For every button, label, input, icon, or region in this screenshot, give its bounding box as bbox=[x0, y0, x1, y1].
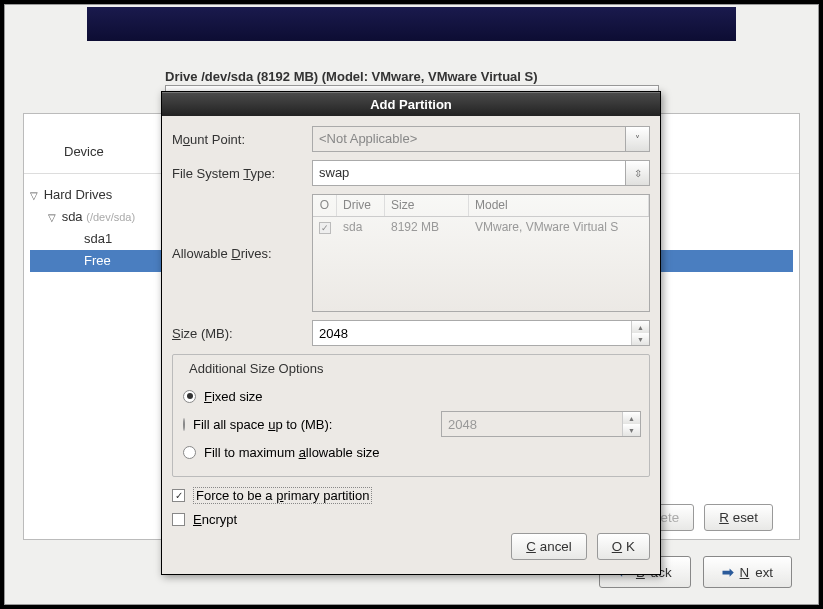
col-model[interactable]: Model bbox=[469, 195, 649, 216]
fill-up-spinner: ▲▼ bbox=[441, 411, 641, 437]
radio-fill-max-label: Fill to maximum allowable size bbox=[204, 445, 380, 460]
updown-icon[interactable]: ⇳ bbox=[625, 161, 649, 185]
chevron-down-icon: ˅ bbox=[625, 127, 649, 151]
dialog-title: Add Partition bbox=[162, 92, 660, 116]
force-primary-label: Force to be a primary partition bbox=[193, 487, 372, 504]
triangle-icon: ▽ bbox=[48, 207, 58, 229]
fs-type-label: File System Type: bbox=[172, 166, 312, 181]
force-primary-row[interactable]: Force to be a primary partition bbox=[172, 483, 650, 507]
allowable-drives-row: Allowable Drives: O Drive Size Model ✓ s… bbox=[172, 192, 650, 314]
mount-point-combo: <Not Applicable> ˅ bbox=[312, 126, 650, 152]
drive-model: VMware, VMware Virtual S bbox=[469, 217, 649, 239]
mount-point-row: Mount Point: <Not Applicable> ˅ bbox=[172, 124, 650, 154]
encrypt-row[interactable]: Encrypt bbox=[172, 507, 650, 531]
size-spinner[interactable]: ▲▼ bbox=[312, 320, 650, 346]
radio-icon[interactable] bbox=[183, 418, 185, 431]
size-row: Size (MB): ▲▼ bbox=[172, 318, 650, 348]
triangle-icon: ▽ bbox=[30, 185, 40, 207]
radio-fill-max[interactable]: Fill to maximum allowable size bbox=[183, 438, 639, 466]
header-banner bbox=[87, 7, 736, 41]
col-drive[interactable]: Drive bbox=[337, 195, 385, 216]
spin-down-icon[interactable]: ▼ bbox=[632, 333, 649, 345]
drive-info-label: Drive /dev/sda (8192 MB) (Model: VMware,… bbox=[165, 69, 538, 84]
allowable-drives-list[interactable]: O Drive Size Model ✓ sda 8192 MB VMware,… bbox=[312, 194, 650, 312]
allowable-drives-label: Allowable Drives: bbox=[172, 246, 312, 261]
col-size[interactable]: Size bbox=[385, 195, 469, 216]
size-label: Size (MB): bbox=[172, 326, 312, 341]
reset-button[interactable]: Reset bbox=[704, 504, 773, 531]
cancel-button[interactable]: Cancel bbox=[511, 533, 587, 560]
dialog-buttons: Cancel OK bbox=[172, 531, 650, 566]
arrow-right-icon: ➡ bbox=[722, 564, 734, 580]
col-check[interactable]: O bbox=[313, 195, 337, 216]
drive-checkbox[interactable]: ✓ bbox=[319, 222, 331, 234]
radio-icon[interactable] bbox=[183, 446, 196, 459]
radio-fixed-label: Fixed size bbox=[204, 389, 263, 404]
checkbox-icon[interactable] bbox=[172, 489, 185, 502]
radio-fill-up-label: Fill all space up to (MB): bbox=[193, 417, 433, 432]
drive-row-sda[interactable]: ✓ sda 8192 MB VMware, VMware Virtual S bbox=[313, 217, 649, 239]
radio-fill-up-to[interactable]: Fill all space up to (MB): ▲▼ bbox=[183, 410, 639, 438]
spin-up-icon: ▲ bbox=[623, 412, 640, 424]
size-input[interactable] bbox=[313, 321, 631, 345]
encrypt-label: Encrypt bbox=[193, 512, 237, 527]
fs-type-row: File System Type: swap ⇳ bbox=[172, 158, 650, 188]
radio-icon[interactable] bbox=[183, 390, 196, 403]
installer-window: Drive /dev/sda (8192 MB) (Model: VMware,… bbox=[4, 4, 819, 605]
add-partition-dialog: Add Partition Mount Point: <Not Applicab… bbox=[161, 91, 661, 575]
mount-point-label: Mount Point: bbox=[172, 132, 312, 147]
checkbox-icon[interactable] bbox=[172, 513, 185, 526]
next-button[interactable]: ➡Next bbox=[703, 556, 792, 588]
mount-point-value: <Not Applicable> bbox=[313, 127, 625, 151]
spin-up-icon[interactable]: ▲ bbox=[632, 321, 649, 333]
size-options-fieldset: Additional Size Options Fixed size Fill … bbox=[172, 354, 650, 477]
radio-fixed-size[interactable]: Fixed size bbox=[183, 382, 639, 410]
fill-up-input bbox=[442, 412, 622, 436]
dialog-body: Mount Point: <Not Applicable> ˅ File Sys… bbox=[162, 116, 660, 574]
ok-button[interactable]: OK bbox=[597, 533, 650, 560]
size-options-title: Additional Size Options bbox=[185, 361, 327, 376]
fs-type-combo[interactable]: swap ⇳ bbox=[312, 160, 650, 186]
drives-header: O Drive Size Model bbox=[313, 195, 649, 217]
drive-name: sda bbox=[337, 217, 385, 239]
fs-type-value: swap bbox=[313, 161, 625, 185]
device-header-label: Device bbox=[64, 144, 104, 159]
drive-size: 8192 MB bbox=[385, 217, 469, 239]
spin-down-icon: ▼ bbox=[623, 424, 640, 436]
